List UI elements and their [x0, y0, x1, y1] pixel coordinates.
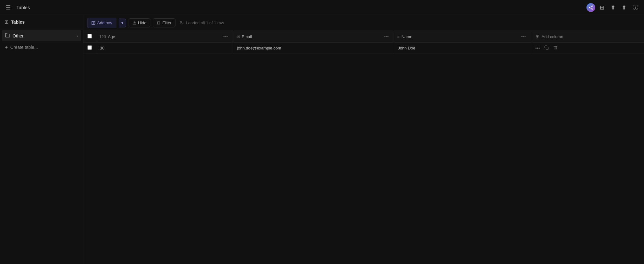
share-button[interactable]: ⬆	[620, 2, 628, 13]
table-body: 30 john.doe@example.com John Doe •••	[83, 43, 644, 54]
status-message: Loaded all 1 of 1 row	[186, 20, 224, 25]
filter-button[interactable]: ⊟ Filter	[153, 18, 175, 27]
name-column-more[interactable]: •••	[519, 33, 528, 40]
email-type-icon: ✉	[236, 34, 240, 39]
add-column-button[interactable]: ⊞ Add column	[531, 31, 568, 42]
row-delete-button[interactable]	[552, 44, 558, 52]
svg-point-2	[591, 8, 593, 9]
view-toggle-button[interactable]: ⊞	[598, 2, 606, 13]
hide-label: Hide	[138, 20, 147, 25]
header-email: ✉ Email •••	[233, 31, 394, 43]
table-header-row: 123 Age ••• ✉ Email •••	[83, 31, 644, 43]
row-checkbox-cell	[83, 43, 96, 54]
svg-rect-5	[546, 47, 548, 49]
svg-point-0	[591, 5, 593, 7]
sidebar-header-label: Tables	[11, 20, 25, 25]
folder-icon	[5, 33, 10, 39]
sidebar: ⊞ Tables Other › + Create table...	[0, 15, 83, 264]
sidebar-tables-icon: ⊞	[4, 19, 8, 25]
row-checkbox[interactable]	[87, 45, 92, 50]
row-copy-button[interactable]	[543, 44, 550, 52]
info-button[interactable]: ⓘ	[631, 2, 640, 13]
refresh-icon: ↻	[180, 20, 184, 26]
svg-point-1	[589, 7, 590, 8]
export-button[interactable]: ⬆	[609, 2, 617, 13]
view-toggle-icon: ⊞	[600, 4, 604, 11]
export-icon: ⬆	[611, 4, 615, 11]
email-column-more[interactable]: •••	[382, 33, 391, 40]
table-wrapper: 123 Age ••• ✉ Email •••	[83, 31, 644, 264]
row-actions-cell: •••	[531, 43, 644, 54]
age-column-label: Age	[108, 34, 115, 39]
header-checkbox-col	[83, 31, 96, 43]
row-age-cell: 30	[96, 43, 233, 54]
tables-label: Tables	[16, 5, 30, 10]
data-table: 123 Age ••• ✉ Email •••	[83, 31, 644, 54]
sidebar-item-other[interactable]: Other ›	[2, 30, 81, 41]
create-table-button[interactable]: + Create table...	[2, 42, 81, 52]
topbar-left: ☰ Tables	[4, 2, 30, 13]
filter-icon: ⊟	[157, 20, 160, 25]
add-row-caret-button[interactable]: ▾	[119, 19, 126, 27]
age-column-more[interactable]: •••	[221, 33, 230, 40]
table-row[interactable]: 30 john.doe@example.com John Doe •••	[83, 43, 644, 54]
age-type-icon: 123	[99, 34, 106, 39]
share-icon: ⬆	[622, 4, 626, 11]
email-column-label: Email	[242, 34, 252, 39]
name-type-icon: ≡	[397, 34, 400, 39]
status-text: ↻ Loaded all 1 of 1 row	[180, 20, 224, 26]
add-column-label: Add column	[541, 34, 563, 39]
create-table-label: Create table...	[10, 45, 38, 50]
menu-button[interactable]: ☰	[4, 2, 13, 13]
svg-line-3	[590, 8, 592, 9]
header-add-column: ⊞ Add column	[531, 31, 644, 43]
chevron-right-icon: ›	[76, 33, 78, 39]
add-row-label: Add row	[97, 20, 112, 25]
toolbar: ⊞ Add row ▾ ◎ Hide ⊟ Filter ↻ Loaded all…	[83, 15, 644, 31]
add-row-button[interactable]: ⊞ Add row	[87, 18, 116, 28]
hide-button[interactable]: ◎ Hide	[129, 18, 151, 27]
filter-label: Filter	[162, 20, 171, 25]
topbar: ☰ Tables ⊞ ⬆ ⬆ ⓘ	[0, 0, 644, 15]
main-area: ⊞ Tables Other › + Create table... ⊞ Add…	[0, 15, 644, 264]
menu-icon: ☰	[6, 4, 11, 11]
plus-icon: +	[5, 44, 8, 50]
topbar-right: ⊞ ⬆ ⬆ ⓘ	[586, 2, 640, 13]
header-age: 123 Age •••	[96, 31, 233, 43]
name-column-label: Name	[402, 34, 413, 39]
svg-line-4	[590, 6, 592, 7]
add-column-icon: ⊞	[536, 34, 540, 39]
row-actions: •••	[534, 44, 641, 52]
info-icon: ⓘ	[633, 4, 638, 11]
row-email-cell: john.doe@example.com	[233, 43, 394, 54]
brand-icon	[586, 3, 595, 12]
select-all-checkbox[interactable]	[87, 34, 92, 38]
sidebar-other-label: Other	[13, 33, 74, 38]
hide-icon: ◎	[133, 20, 136, 25]
add-row-icon: ⊞	[91, 20, 95, 26]
row-more-button[interactable]: •••	[534, 45, 541, 52]
row-name-cell: John Doe	[394, 43, 531, 54]
caret-down-icon: ▾	[121, 21, 123, 25]
content-area: ⊞ Add row ▾ ◎ Hide ⊟ Filter ↻ Loaded all…	[83, 15, 644, 264]
sidebar-header: ⊞ Tables	[0, 15, 83, 29]
header-name: ≡ Name •••	[394, 31, 531, 43]
